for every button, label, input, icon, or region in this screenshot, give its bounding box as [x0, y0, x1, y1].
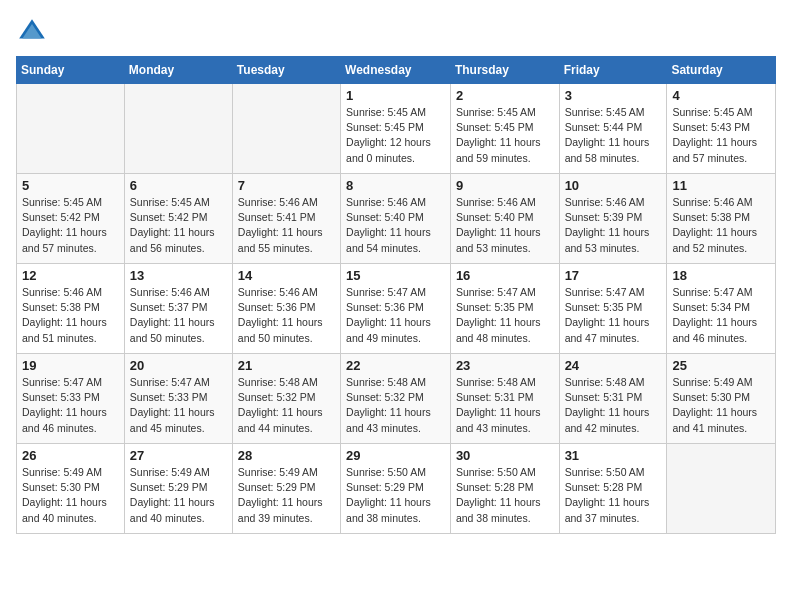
day-info: Sunrise: 5:46 AM Sunset: 5:38 PM Dayligh… [22, 285, 119, 346]
calendar-cell: 9Sunrise: 5:46 AM Sunset: 5:40 PM Daylig… [450, 174, 559, 264]
day-info: Sunrise: 5:48 AM Sunset: 5:31 PM Dayligh… [456, 375, 554, 436]
header-sunday: Sunday [17, 57, 125, 84]
calendar-cell: 31Sunrise: 5:50 AM Sunset: 5:28 PM Dayli… [559, 444, 667, 534]
day-number: 7 [238, 178, 335, 193]
calendar-cell: 1Sunrise: 5:45 AM Sunset: 5:45 PM Daylig… [341, 84, 451, 174]
day-number: 16 [456, 268, 554, 283]
header-tuesday: Tuesday [232, 57, 340, 84]
header-saturday: Saturday [667, 57, 776, 84]
calendar-cell: 24Sunrise: 5:48 AM Sunset: 5:31 PM Dayli… [559, 354, 667, 444]
header-row: SundayMondayTuesdayWednesdayThursdayFrid… [17, 57, 776, 84]
calendar-cell [667, 444, 776, 534]
day-info: Sunrise: 5:47 AM Sunset: 5:36 PM Dayligh… [346, 285, 445, 346]
day-number: 17 [565, 268, 662, 283]
calendar-cell: 6Sunrise: 5:45 AM Sunset: 5:42 PM Daylig… [124, 174, 232, 264]
day-number: 27 [130, 448, 227, 463]
calendar-cell: 20Sunrise: 5:47 AM Sunset: 5:33 PM Dayli… [124, 354, 232, 444]
day-info: Sunrise: 5:50 AM Sunset: 5:28 PM Dayligh… [456, 465, 554, 526]
day-info: Sunrise: 5:49 AM Sunset: 5:30 PM Dayligh… [22, 465, 119, 526]
calendar-cell: 26Sunrise: 5:49 AM Sunset: 5:30 PM Dayli… [17, 444, 125, 534]
day-number: 21 [238, 358, 335, 373]
calendar-cell: 15Sunrise: 5:47 AM Sunset: 5:36 PM Dayli… [341, 264, 451, 354]
day-info: Sunrise: 5:45 AM Sunset: 5:45 PM Dayligh… [346, 105, 445, 166]
week-row-5: 26Sunrise: 5:49 AM Sunset: 5:30 PM Dayli… [17, 444, 776, 534]
calendar-cell: 22Sunrise: 5:48 AM Sunset: 5:32 PM Dayli… [341, 354, 451, 444]
day-info: Sunrise: 5:46 AM Sunset: 5:39 PM Dayligh… [565, 195, 662, 256]
calendar-cell: 11Sunrise: 5:46 AM Sunset: 5:38 PM Dayli… [667, 174, 776, 264]
calendar-cell: 29Sunrise: 5:50 AM Sunset: 5:29 PM Dayli… [341, 444, 451, 534]
calendar-cell: 25Sunrise: 5:49 AM Sunset: 5:30 PM Dayli… [667, 354, 776, 444]
day-number: 12 [22, 268, 119, 283]
calendar-cell: 30Sunrise: 5:50 AM Sunset: 5:28 PM Dayli… [450, 444, 559, 534]
day-number: 20 [130, 358, 227, 373]
day-info: Sunrise: 5:46 AM Sunset: 5:38 PM Dayligh… [672, 195, 770, 256]
calendar-cell: 14Sunrise: 5:46 AM Sunset: 5:36 PM Dayli… [232, 264, 340, 354]
day-number: 25 [672, 358, 770, 373]
day-number: 2 [456, 88, 554, 103]
week-row-2: 5Sunrise: 5:45 AM Sunset: 5:42 PM Daylig… [17, 174, 776, 264]
day-number: 14 [238, 268, 335, 283]
day-number: 18 [672, 268, 770, 283]
calendar-cell [17, 84, 125, 174]
header-monday: Monday [124, 57, 232, 84]
day-info: Sunrise: 5:45 AM Sunset: 5:42 PM Dayligh… [130, 195, 227, 256]
logo-icon [16, 16, 48, 48]
day-info: Sunrise: 5:50 AM Sunset: 5:28 PM Dayligh… [565, 465, 662, 526]
calendar-cell: 21Sunrise: 5:48 AM Sunset: 5:32 PM Dayli… [232, 354, 340, 444]
header-thursday: Thursday [450, 57, 559, 84]
day-number: 8 [346, 178, 445, 193]
day-info: Sunrise: 5:45 AM Sunset: 5:42 PM Dayligh… [22, 195, 119, 256]
day-number: 5 [22, 178, 119, 193]
calendar-cell: 18Sunrise: 5:47 AM Sunset: 5:34 PM Dayli… [667, 264, 776, 354]
day-info: Sunrise: 5:46 AM Sunset: 5:40 PM Dayligh… [456, 195, 554, 256]
calendar-cell [232, 84, 340, 174]
calendar-cell: 19Sunrise: 5:47 AM Sunset: 5:33 PM Dayli… [17, 354, 125, 444]
day-info: Sunrise: 5:45 AM Sunset: 5:43 PM Dayligh… [672, 105, 770, 166]
page-header [16, 16, 776, 48]
calendar-cell: 5Sunrise: 5:45 AM Sunset: 5:42 PM Daylig… [17, 174, 125, 264]
day-info: Sunrise: 5:49 AM Sunset: 5:29 PM Dayligh… [130, 465, 227, 526]
calendar-cell: 3Sunrise: 5:45 AM Sunset: 5:44 PM Daylig… [559, 84, 667, 174]
calendar-table: SundayMondayTuesdayWednesdayThursdayFrid… [16, 56, 776, 534]
week-row-4: 19Sunrise: 5:47 AM Sunset: 5:33 PM Dayli… [17, 354, 776, 444]
day-info: Sunrise: 5:46 AM Sunset: 5:41 PM Dayligh… [238, 195, 335, 256]
day-number: 9 [456, 178, 554, 193]
calendar-cell: 23Sunrise: 5:48 AM Sunset: 5:31 PM Dayli… [450, 354, 559, 444]
calendar-cell [124, 84, 232, 174]
day-number: 15 [346, 268, 445, 283]
day-number: 22 [346, 358, 445, 373]
header-friday: Friday [559, 57, 667, 84]
calendar-cell: 28Sunrise: 5:49 AM Sunset: 5:29 PM Dayli… [232, 444, 340, 534]
day-number: 28 [238, 448, 335, 463]
day-info: Sunrise: 5:47 AM Sunset: 5:33 PM Dayligh… [22, 375, 119, 436]
day-number: 3 [565, 88, 662, 103]
calendar-cell: 12Sunrise: 5:46 AM Sunset: 5:38 PM Dayli… [17, 264, 125, 354]
header-wednesday: Wednesday [341, 57, 451, 84]
day-number: 23 [456, 358, 554, 373]
calendar-cell: 16Sunrise: 5:47 AM Sunset: 5:35 PM Dayli… [450, 264, 559, 354]
day-info: Sunrise: 5:47 AM Sunset: 5:34 PM Dayligh… [672, 285, 770, 346]
calendar-cell: 8Sunrise: 5:46 AM Sunset: 5:40 PM Daylig… [341, 174, 451, 264]
day-info: Sunrise: 5:49 AM Sunset: 5:29 PM Dayligh… [238, 465, 335, 526]
day-number: 29 [346, 448, 445, 463]
calendar-cell: 4Sunrise: 5:45 AM Sunset: 5:43 PM Daylig… [667, 84, 776, 174]
week-row-1: 1Sunrise: 5:45 AM Sunset: 5:45 PM Daylig… [17, 84, 776, 174]
day-number: 31 [565, 448, 662, 463]
day-info: Sunrise: 5:49 AM Sunset: 5:30 PM Dayligh… [672, 375, 770, 436]
day-number: 30 [456, 448, 554, 463]
day-info: Sunrise: 5:47 AM Sunset: 5:35 PM Dayligh… [565, 285, 662, 346]
day-number: 4 [672, 88, 770, 103]
day-info: Sunrise: 5:46 AM Sunset: 5:36 PM Dayligh… [238, 285, 335, 346]
day-info: Sunrise: 5:46 AM Sunset: 5:40 PM Dayligh… [346, 195, 445, 256]
calendar-cell: 10Sunrise: 5:46 AM Sunset: 5:39 PM Dayli… [559, 174, 667, 264]
day-info: Sunrise: 5:47 AM Sunset: 5:33 PM Dayligh… [130, 375, 227, 436]
day-info: Sunrise: 5:48 AM Sunset: 5:32 PM Dayligh… [346, 375, 445, 436]
day-number: 11 [672, 178, 770, 193]
day-info: Sunrise: 5:48 AM Sunset: 5:32 PM Dayligh… [238, 375, 335, 436]
day-number: 1 [346, 88, 445, 103]
day-number: 13 [130, 268, 227, 283]
day-number: 19 [22, 358, 119, 373]
calendar-cell: 13Sunrise: 5:46 AM Sunset: 5:37 PM Dayli… [124, 264, 232, 354]
week-row-3: 12Sunrise: 5:46 AM Sunset: 5:38 PM Dayli… [17, 264, 776, 354]
calendar-cell: 27Sunrise: 5:49 AM Sunset: 5:29 PM Dayli… [124, 444, 232, 534]
